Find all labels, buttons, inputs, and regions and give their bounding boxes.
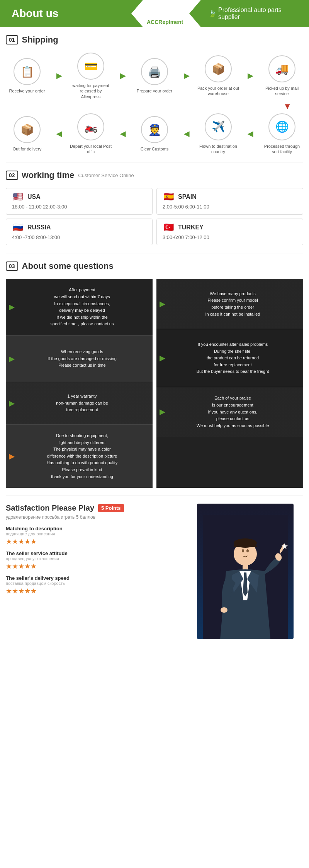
tagline: Professional auto parts supplier: [218, 7, 301, 21]
q-content-left-1: After payment we will send out within 7 …: [17, 287, 147, 328]
q-item-left-1: ▶ After payment we will send out within …: [6, 279, 153, 336]
rating-title-3: The seller's delivery speed: [6, 575, 180, 581]
country-time-usa: 18:00 - 21:00 22:00-3:00: [12, 204, 146, 210]
q-content-right-2: If you encounter after-sales problems Du…: [168, 341, 297, 375]
arrow-2: ▶: [120, 72, 126, 80]
step-7-icon: 🏍️: [84, 120, 98, 133]
country-header-spain: 🇪🇸 SPAIN: [163, 193, 297, 201]
step-6: 📦 Out for delivery: [6, 116, 48, 152]
leaf-icon: 🍃: [209, 10, 216, 17]
stars-2: ★★★★★: [6, 562, 180, 571]
q-item-right-2: ▶ If you encounter after-sales problems …: [156, 329, 303, 387]
flag-turkey: 🇹🇷: [163, 224, 174, 231]
q-arrow-right-3: ▶: [160, 408, 165, 416]
step-3-label: Prepare your order: [137, 88, 172, 94]
step-3-circle: 🖨️: [141, 58, 168, 85]
q-item-left-4: ▶ Due to shooting equipment, light and d…: [6, 425, 153, 488]
satisfaction-section: Satisfaction Please Play 5 Points удовле…: [0, 496, 309, 647]
country-name-usa: USA: [27, 193, 41, 200]
country-name-turkey: TURKEY: [178, 224, 204, 231]
q-arrow-left-2: ▶: [9, 355, 14, 363]
flag-spain: 🇪🇸: [163, 193, 174, 201]
country-time-spain: 2:00-5:00 6:00-11:00: [163, 204, 297, 210]
shipping-title-row: 01 Shipping: [6, 35, 303, 45]
q-content-left-4: Due to shooting equipment, light and dis…: [17, 432, 147, 480]
step-8-icon: 👮: [148, 123, 161, 136]
svg-point-7: [246, 549, 249, 552]
arrow-6: ◀: [120, 130, 126, 138]
q-arrow-left-3: ▶: [9, 399, 14, 408]
working-time-title-row: 02 working time Customer Service Online: [6, 170, 303, 180]
header-clip-left: [131, 0, 143, 27]
country-header-usa: 🇺🇸 USA: [12, 193, 146, 201]
arrow-8: ◀: [248, 130, 253, 138]
points-badge: 5 Points: [98, 504, 124, 512]
stars-1: ★★★★★: [6, 537, 180, 546]
q-text-left-3: 1 year warranty non-human damage can be …: [17, 393, 147, 413]
satisfaction-right: [187, 504, 303, 639]
rating-sub-2: продавец услуг отношения: [6, 556, 180, 561]
step-1-label: Receive your order: [9, 88, 45, 94]
step-1: 📋 Receive your order: [6, 58, 48, 94]
step-1-icon: 📋: [20, 65, 34, 78]
country-name-spain: SPAIN: [178, 193, 197, 200]
step-10-circle: 🌐: [268, 113, 295, 140]
questions-right-panel: ▶ We have many products Please confirm y…: [156, 279, 303, 488]
q-item-left-2: ▶ When receiving goods If the goods are …: [6, 336, 153, 382]
q-arrow-right-2: ▶: [160, 354, 165, 362]
q-content-right-3: Each of your praise is our encouragement…: [168, 395, 297, 429]
q-content-right-1: We have many products Please confirm you…: [168, 290, 297, 318]
header-tagline-container: 🍃 Professional auto parts supplier: [201, 0, 309, 27]
country-card-russia: 🇷🇺 RUSSIA 4:00 -7:00 8:00-13:00: [6, 219, 153, 245]
questions-title-row: 03 About some questions: [6, 261, 303, 271]
working-time-label: working time: [22, 170, 75, 180]
down-arrow-icon: ▼: [283, 101, 292, 111]
country-time-russia: 4:00 -7:00 8:00-13:00: [12, 234, 146, 240]
step-5-circle: 🚚: [268, 55, 295, 82]
shipping-row-2: 📦 Out for delivery ◀ 🏍️ Depart your loca…: [6, 113, 303, 155]
header-about: About us: [0, 0, 131, 27]
satisfaction-title-row: Satisfaction Please Play 5 Points: [6, 504, 180, 513]
q-content-left-2: When receiving goods If the goods are da…: [17, 349, 147, 369]
country-time-turkey: 3:00-6:00 7:00-12:00: [163, 234, 297, 240]
q-text-right-3: Each of your praise is our encouragement…: [168, 395, 297, 429]
shipping-label: Shipping: [22, 35, 58, 45]
step-10: 🌐 Processed through sort facility: [261, 113, 303, 155]
q-text-right-1: We have many products Please confirm you…: [168, 290, 297, 318]
step-4-icon: 📦: [212, 63, 225, 75]
step-4-label: Pack your order at out warehouse: [197, 85, 239, 97]
q-text-left-1: After payment we will send out within 7 …: [17, 287, 147, 328]
q-text-left-2: When receiving goods If the goods are da…: [17, 349, 147, 369]
flag-usa: 🇺🇸: [12, 193, 24, 201]
step-4-circle: 📦: [205, 55, 232, 82]
satisfaction-left: Satisfaction Please Play 5 Points удовле…: [6, 504, 180, 639]
rating-item-3: The seller's delivery speed поставка про…: [6, 575, 180, 595]
q-arrow-right-1: ▶: [160, 300, 165, 308]
step-4: 📦 Pack your order at out warehouse: [197, 55, 239, 97]
satisfaction-sub: удовлетворение просьба играть 5 баллов: [6, 514, 180, 520]
step-9: ✈️ Flown to destination country: [197, 113, 239, 155]
q-item-right-3: ▶ Each of your praise is our encourageme…: [156, 387, 303, 437]
arrow-1: ▶: [56, 72, 62, 80]
working-time-num: 02: [6, 171, 18, 180]
step-7-label: Depart your local Post offic: [70, 144, 112, 155]
country-name-russia: RUSSIA: [27, 224, 51, 231]
rating-title-2: The seller service attitude: [6, 550, 180, 556]
step-8: 👮 Clear Customs: [133, 116, 176, 152]
step-6-icon: 📦: [20, 123, 34, 136]
country-card-usa: 🇺🇸 USA 18:00 - 21:00 22:00-3:00: [6, 188, 153, 215]
header: About us ACCReplment 🍃 Professional auto…: [0, 0, 309, 27]
step-5: 🚚 Picked up by mail service: [261, 55, 303, 97]
step-3-icon: 🖨️: [148, 65, 161, 78]
questions-section: 03 About some questions ▶ After payment …: [0, 253, 309, 496]
stars-3: ★★★★★: [6, 587, 180, 595]
q-text-left-4: Due to shooting equipment, light and dis…: [17, 432, 147, 480]
q-item-left-3: ▶ 1 year warranty non-human damage can b…: [6, 382, 153, 425]
country-header-turkey: 🇹🇷 TURKEY: [163, 224, 297, 231]
questions-left-panel: ▶ After payment we will send out within …: [6, 279, 153, 488]
step-2-icon: 💳: [84, 60, 98, 73]
flag-russia: 🇷🇺: [12, 224, 24, 231]
country-card-turkey: 🇹🇷 TURKEY 3:00-6:00 7:00-12:00: [156, 219, 303, 245]
q-item-right-1: ▶ We have many products Please confirm y…: [156, 279, 303, 329]
shipping-section: 01 Shipping 📋 Receive your order ▶ 💳 wai…: [0, 27, 309, 162]
